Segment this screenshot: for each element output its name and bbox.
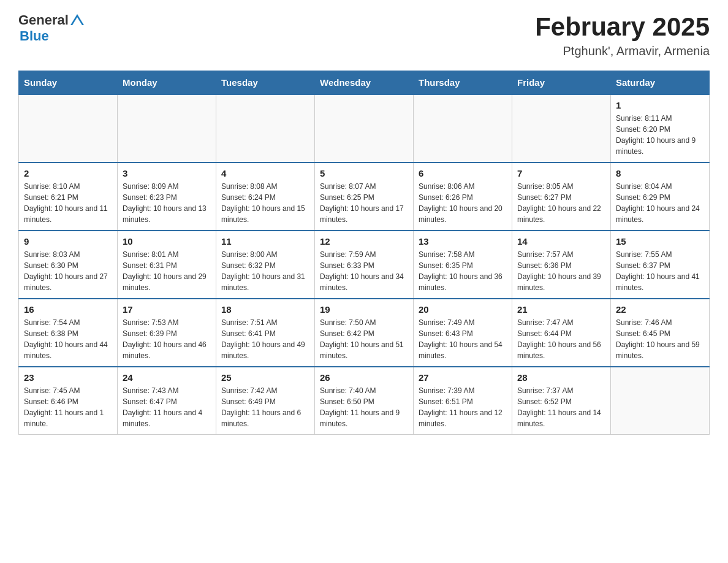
logo-general-text: General	[18, 12, 69, 28]
calendar-cell: 6 Sunrise: 8:06 AM Sunset: 6:26 PM Dayli…	[414, 163, 512, 231]
sunset-text: Sunset: 6:42 PM	[320, 329, 374, 338]
day-info: Sunrise: 8:11 AM Sunset: 6:20 PM Dayligh…	[616, 113, 704, 157]
daylight-text: Daylight: 10 hours and 56 minutes.	[517, 340, 601, 360]
day-info: Sunrise: 8:07 AM Sunset: 6:25 PM Dayligh…	[320, 181, 408, 225]
calendar-cell	[611, 367, 710, 435]
sunrise-text: Sunrise: 8:07 AM	[320, 182, 376, 191]
day-number: 13	[419, 236, 507, 247]
day-number: 2	[24, 168, 112, 178]
calendar-week-row: 9 Sunrise: 8:03 AM Sunset: 6:30 PM Dayli…	[19, 231, 710, 299]
sunrise-text: Sunrise: 8:03 AM	[24, 250, 80, 259]
calendar-cell: 5 Sunrise: 8:07 AM Sunset: 6:25 PM Dayli…	[315, 163, 414, 231]
month-title: February 2025	[535, 12, 710, 42]
calendar-cell: 10 Sunrise: 8:01 AM Sunset: 6:31 PM Dayl…	[118, 231, 216, 299]
day-info: Sunrise: 7:55 AM Sunset: 6:37 PM Dayligh…	[616, 249, 704, 293]
sunset-text: Sunset: 6:31 PM	[123, 261, 177, 270]
calendar-cell: 4 Sunrise: 8:08 AM Sunset: 6:24 PM Dayli…	[216, 163, 315, 231]
daylight-text: Daylight: 11 hours and 1 minute.	[24, 408, 104, 428]
day-number: 14	[517, 236, 605, 247]
sunrise-text: Sunrise: 8:06 AM	[419, 182, 474, 191]
day-info: Sunrise: 8:09 AM Sunset: 6:23 PM Dayligh…	[123, 181, 211, 225]
daylight-text: Daylight: 10 hours and 29 minutes.	[123, 272, 207, 292]
sunset-text: Sunset: 6:32 PM	[221, 261, 276, 270]
sunset-text: Sunset: 6:50 PM	[320, 397, 374, 406]
day-info: Sunrise: 7:54 AM Sunset: 6:38 PM Dayligh…	[24, 317, 112, 361]
daylight-text: Daylight: 10 hours and 59 minutes.	[616, 340, 700, 360]
daylight-text: Daylight: 10 hours and 39 minutes.	[517, 272, 601, 292]
title-area: February 2025 Ptghunk', Armavir, Armenia	[535, 12, 710, 58]
daylight-text: Daylight: 11 hours and 14 minutes.	[517, 408, 601, 428]
day-number: 28	[517, 372, 605, 383]
sunrise-text: Sunrise: 7:51 AM	[221, 318, 277, 327]
day-info: Sunrise: 8:06 AM Sunset: 6:26 PM Dayligh…	[419, 181, 507, 225]
sunset-text: Sunset: 6:37 PM	[616, 261, 670, 270]
daylight-text: Daylight: 10 hours and 34 minutes.	[320, 272, 404, 292]
calendar-cell: 22 Sunrise: 7:46 AM Sunset: 6:45 PM Dayl…	[611, 299, 710, 367]
calendar-cell: 19 Sunrise: 7:50 AM Sunset: 6:42 PM Dayl…	[315, 299, 414, 367]
sunrise-text: Sunrise: 8:01 AM	[123, 250, 178, 259]
col-sunday: Sunday	[19, 71, 118, 95]
calendar-table: Sunday Monday Tuesday Wednesday Thursday…	[18, 71, 710, 435]
sunrise-text: Sunrise: 8:08 AM	[221, 182, 277, 191]
daylight-text: Daylight: 10 hours and 24 minutes.	[616, 204, 700, 224]
sunset-text: Sunset: 6:26 PM	[419, 193, 473, 202]
day-number: 8	[616, 168, 704, 178]
day-info: Sunrise: 7:50 AM Sunset: 6:42 PM Dayligh…	[320, 317, 408, 361]
sunset-text: Sunset: 6:51 PM	[419, 397, 473, 406]
sunset-text: Sunset: 6:52 PM	[517, 397, 572, 406]
page-header: General Blue February 2025 Ptghunk', Arm…	[18, 12, 710, 58]
day-number: 27	[419, 372, 507, 383]
sunset-text: Sunset: 6:30 PM	[24, 261, 78, 270]
calendar-cell	[512, 94, 611, 163]
calendar-week-row: 1 Sunrise: 8:11 AM Sunset: 6:20 PM Dayli…	[19, 94, 710, 163]
calendar-cell: 28 Sunrise: 7:37 AM Sunset: 6:52 PM Dayl…	[512, 367, 611, 435]
daylight-text: Daylight: 10 hours and 9 minutes.	[616, 136, 696, 156]
calendar-cell: 25 Sunrise: 7:42 AM Sunset: 6:49 PM Dayl…	[216, 367, 315, 435]
daylight-text: Daylight: 11 hours and 12 minutes.	[419, 408, 502, 428]
day-info: Sunrise: 7:39 AM Sunset: 6:51 PM Dayligh…	[419, 385, 507, 429]
sunrise-text: Sunrise: 7:43 AM	[123, 386, 178, 395]
calendar-cell	[315, 94, 414, 163]
day-info: Sunrise: 7:45 AM Sunset: 6:46 PM Dayligh…	[24, 385, 112, 429]
calendar-cell: 21 Sunrise: 7:47 AM Sunset: 6:44 PM Dayl…	[512, 299, 611, 367]
day-number: 20	[419, 304, 507, 315]
sunrise-text: Sunrise: 8:04 AM	[616, 182, 672, 191]
day-info: Sunrise: 7:42 AM Sunset: 6:49 PM Dayligh…	[221, 385, 309, 429]
daylight-text: Daylight: 11 hours and 4 minutes.	[123, 408, 202, 428]
col-saturday: Saturday	[611, 71, 710, 95]
sunset-text: Sunset: 6:33 PM	[320, 261, 374, 270]
day-number: 1	[616, 100, 704, 110]
day-info: Sunrise: 8:00 AM Sunset: 6:32 PM Dayligh…	[221, 249, 309, 293]
sunrise-text: Sunrise: 7:50 AM	[320, 318, 376, 327]
sunrise-text: Sunrise: 7:57 AM	[517, 250, 573, 259]
col-monday: Monday	[118, 71, 216, 95]
day-info: Sunrise: 7:53 AM Sunset: 6:39 PM Dayligh…	[123, 317, 211, 361]
calendar-cell: 26 Sunrise: 7:40 AM Sunset: 6:50 PM Dayl…	[315, 367, 414, 435]
calendar-cell: 27 Sunrise: 7:39 AM Sunset: 6:51 PM Dayl…	[414, 367, 512, 435]
sunrise-text: Sunrise: 8:00 AM	[221, 250, 277, 259]
day-number: 19	[320, 304, 408, 315]
col-tuesday: Tuesday	[216, 71, 315, 95]
calendar-cell	[19, 94, 118, 163]
day-info: Sunrise: 7:47 AM Sunset: 6:44 PM Dayligh…	[517, 317, 605, 361]
daylight-text: Daylight: 11 hours and 9 minutes.	[320, 408, 400, 428]
sunset-text: Sunset: 6:25 PM	[320, 193, 374, 202]
day-info: Sunrise: 7:49 AM Sunset: 6:43 PM Dayligh…	[419, 317, 507, 361]
day-number: 18	[221, 304, 309, 315]
day-number: 23	[24, 372, 112, 383]
day-number: 15	[616, 236, 704, 247]
calendar-cell: 20 Sunrise: 7:49 AM Sunset: 6:43 PM Dayl…	[414, 299, 512, 367]
day-number: 26	[320, 372, 408, 383]
day-number: 11	[221, 236, 309, 247]
sunset-text: Sunset: 6:44 PM	[517, 329, 572, 338]
sunset-text: Sunset: 6:20 PM	[616, 125, 670, 134]
day-number: 21	[517, 304, 605, 315]
sunrise-text: Sunrise: 7:46 AM	[616, 318, 672, 327]
day-number: 7	[517, 168, 605, 178]
daylight-text: Daylight: 10 hours and 15 minutes.	[221, 204, 305, 224]
daylight-text: Daylight: 10 hours and 49 minutes.	[221, 340, 305, 360]
sunrise-text: Sunrise: 7:37 AM	[517, 386, 573, 395]
calendar-cell: 9 Sunrise: 8:03 AM Sunset: 6:30 PM Dayli…	[19, 231, 118, 299]
daylight-text: Daylight: 10 hours and 44 minutes.	[24, 340, 108, 360]
calendar-cell: 13 Sunrise: 7:58 AM Sunset: 6:35 PM Dayl…	[414, 231, 512, 299]
